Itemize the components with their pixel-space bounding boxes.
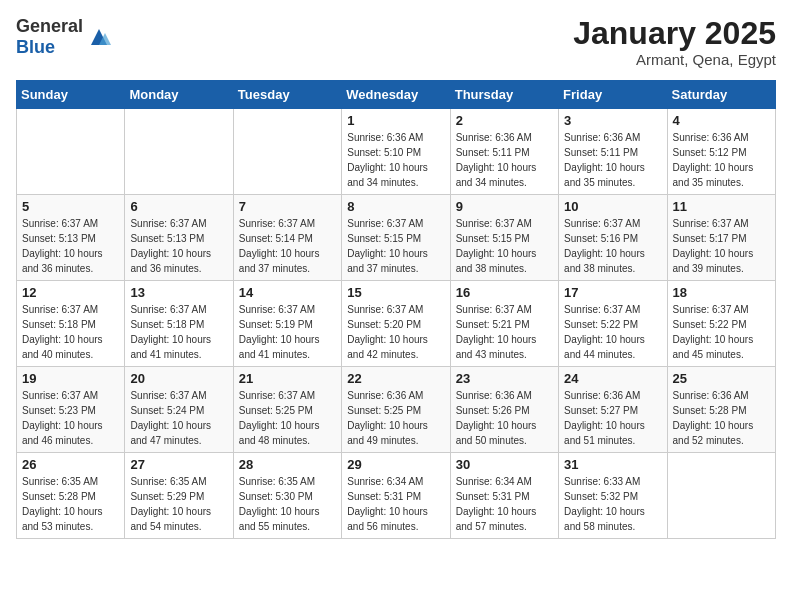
day-number: 14 [239,285,336,300]
calendar-cell: 17Sunrise: 6:37 AMSunset: 5:22 PMDayligh… [559,281,667,367]
weekday-header-thursday: Thursday [450,81,558,109]
logo: General Blue [16,16,113,58]
logo-icon [85,23,113,51]
weekday-header-sunday: Sunday [17,81,125,109]
day-number: 13 [130,285,227,300]
logo-blue: Blue [16,37,55,57]
day-number: 1 [347,113,444,128]
day-number: 21 [239,371,336,386]
day-info: Sunrise: 6:33 AMSunset: 5:32 PMDaylight:… [564,474,661,534]
day-number: 29 [347,457,444,472]
day-number: 27 [130,457,227,472]
day-number: 6 [130,199,227,214]
calendar-cell: 16Sunrise: 6:37 AMSunset: 5:21 PMDayligh… [450,281,558,367]
day-number: 4 [673,113,770,128]
calendar-cell: 27Sunrise: 6:35 AMSunset: 5:29 PMDayligh… [125,453,233,539]
calendar-cell: 31Sunrise: 6:33 AMSunset: 5:32 PMDayligh… [559,453,667,539]
day-number: 2 [456,113,553,128]
day-number: 28 [239,457,336,472]
calendar-cell [233,109,341,195]
calendar-week-row: 19Sunrise: 6:37 AMSunset: 5:23 PMDayligh… [17,367,776,453]
day-number: 26 [22,457,119,472]
calendar-cell: 28Sunrise: 6:35 AMSunset: 5:30 PMDayligh… [233,453,341,539]
logo-text: General Blue [16,16,83,58]
day-info: Sunrise: 6:37 AMSunset: 5:13 PMDaylight:… [22,216,119,276]
day-number: 23 [456,371,553,386]
weekday-header-row: SundayMondayTuesdayWednesdayThursdayFrid… [17,81,776,109]
title-block: January 2025 Armant, Qena, Egypt [573,16,776,68]
weekday-header-tuesday: Tuesday [233,81,341,109]
calendar-cell: 19Sunrise: 6:37 AMSunset: 5:23 PMDayligh… [17,367,125,453]
calendar-cell: 25Sunrise: 6:36 AMSunset: 5:28 PMDayligh… [667,367,775,453]
calendar-cell: 13Sunrise: 6:37 AMSunset: 5:18 PMDayligh… [125,281,233,367]
day-info: Sunrise: 6:37 AMSunset: 5:17 PMDaylight:… [673,216,770,276]
day-number: 7 [239,199,336,214]
calendar-cell: 1Sunrise: 6:36 AMSunset: 5:10 PMDaylight… [342,109,450,195]
day-info: Sunrise: 6:37 AMSunset: 5:22 PMDaylight:… [673,302,770,362]
calendar-week-row: 1Sunrise: 6:36 AMSunset: 5:10 PMDaylight… [17,109,776,195]
calendar-cell: 14Sunrise: 6:37 AMSunset: 5:19 PMDayligh… [233,281,341,367]
day-number: 25 [673,371,770,386]
day-info: Sunrise: 6:37 AMSunset: 5:16 PMDaylight:… [564,216,661,276]
day-info: Sunrise: 6:36 AMSunset: 5:26 PMDaylight:… [456,388,553,448]
calendar-cell: 23Sunrise: 6:36 AMSunset: 5:26 PMDayligh… [450,367,558,453]
day-info: Sunrise: 6:36 AMSunset: 5:11 PMDaylight:… [456,130,553,190]
calendar-cell: 20Sunrise: 6:37 AMSunset: 5:24 PMDayligh… [125,367,233,453]
calendar-week-row: 5Sunrise: 6:37 AMSunset: 5:13 PMDaylight… [17,195,776,281]
calendar-cell: 30Sunrise: 6:34 AMSunset: 5:31 PMDayligh… [450,453,558,539]
day-number: 9 [456,199,553,214]
page-header: General Blue January 2025 Armant, Qena, … [16,16,776,68]
day-number: 3 [564,113,661,128]
calendar-cell: 22Sunrise: 6:36 AMSunset: 5:25 PMDayligh… [342,367,450,453]
calendar-week-row: 12Sunrise: 6:37 AMSunset: 5:18 PMDayligh… [17,281,776,367]
calendar-cell: 8Sunrise: 6:37 AMSunset: 5:15 PMDaylight… [342,195,450,281]
day-number: 10 [564,199,661,214]
day-number: 11 [673,199,770,214]
day-info: Sunrise: 6:37 AMSunset: 5:25 PMDaylight:… [239,388,336,448]
day-number: 5 [22,199,119,214]
calendar-cell: 15Sunrise: 6:37 AMSunset: 5:20 PMDayligh… [342,281,450,367]
calendar-cell: 18Sunrise: 6:37 AMSunset: 5:22 PMDayligh… [667,281,775,367]
day-number: 24 [564,371,661,386]
day-info: Sunrise: 6:37 AMSunset: 5:24 PMDaylight:… [130,388,227,448]
calendar-cell: 6Sunrise: 6:37 AMSunset: 5:13 PMDaylight… [125,195,233,281]
month-title: January 2025 [573,16,776,51]
day-number: 17 [564,285,661,300]
calendar-cell: 21Sunrise: 6:37 AMSunset: 5:25 PMDayligh… [233,367,341,453]
day-number: 16 [456,285,553,300]
calendar-cell: 29Sunrise: 6:34 AMSunset: 5:31 PMDayligh… [342,453,450,539]
weekday-header-monday: Monday [125,81,233,109]
day-info: Sunrise: 6:36 AMSunset: 5:27 PMDaylight:… [564,388,661,448]
day-info: Sunrise: 6:35 AMSunset: 5:28 PMDaylight:… [22,474,119,534]
day-number: 30 [456,457,553,472]
day-info: Sunrise: 6:37 AMSunset: 5:20 PMDaylight:… [347,302,444,362]
logo-general: General [16,16,83,36]
day-number: 18 [673,285,770,300]
day-info: Sunrise: 6:37 AMSunset: 5:22 PMDaylight:… [564,302,661,362]
calendar-cell: 10Sunrise: 6:37 AMSunset: 5:16 PMDayligh… [559,195,667,281]
calendar-table: SundayMondayTuesdayWednesdayThursdayFrid… [16,80,776,539]
calendar-cell: 5Sunrise: 6:37 AMSunset: 5:13 PMDaylight… [17,195,125,281]
day-info: Sunrise: 6:34 AMSunset: 5:31 PMDaylight:… [347,474,444,534]
day-number: 31 [564,457,661,472]
calendar-cell: 4Sunrise: 6:36 AMSunset: 5:12 PMDaylight… [667,109,775,195]
day-number: 20 [130,371,227,386]
day-number: 15 [347,285,444,300]
calendar-cell [125,109,233,195]
day-number: 19 [22,371,119,386]
day-info: Sunrise: 6:36 AMSunset: 5:25 PMDaylight:… [347,388,444,448]
day-info: Sunrise: 6:35 AMSunset: 5:30 PMDaylight:… [239,474,336,534]
day-info: Sunrise: 6:36 AMSunset: 5:28 PMDaylight:… [673,388,770,448]
day-info: Sunrise: 6:36 AMSunset: 5:10 PMDaylight:… [347,130,444,190]
calendar-cell [17,109,125,195]
day-number: 22 [347,371,444,386]
day-info: Sunrise: 6:37 AMSunset: 5:19 PMDaylight:… [239,302,336,362]
calendar-cell: 11Sunrise: 6:37 AMSunset: 5:17 PMDayligh… [667,195,775,281]
calendar-cell: 9Sunrise: 6:37 AMSunset: 5:15 PMDaylight… [450,195,558,281]
day-info: Sunrise: 6:37 AMSunset: 5:15 PMDaylight:… [456,216,553,276]
calendar-cell: 26Sunrise: 6:35 AMSunset: 5:28 PMDayligh… [17,453,125,539]
calendar-cell: 3Sunrise: 6:36 AMSunset: 5:11 PMDaylight… [559,109,667,195]
calendar-cell: 2Sunrise: 6:36 AMSunset: 5:11 PMDaylight… [450,109,558,195]
weekday-header-wednesday: Wednesday [342,81,450,109]
day-info: Sunrise: 6:37 AMSunset: 5:18 PMDaylight:… [130,302,227,362]
